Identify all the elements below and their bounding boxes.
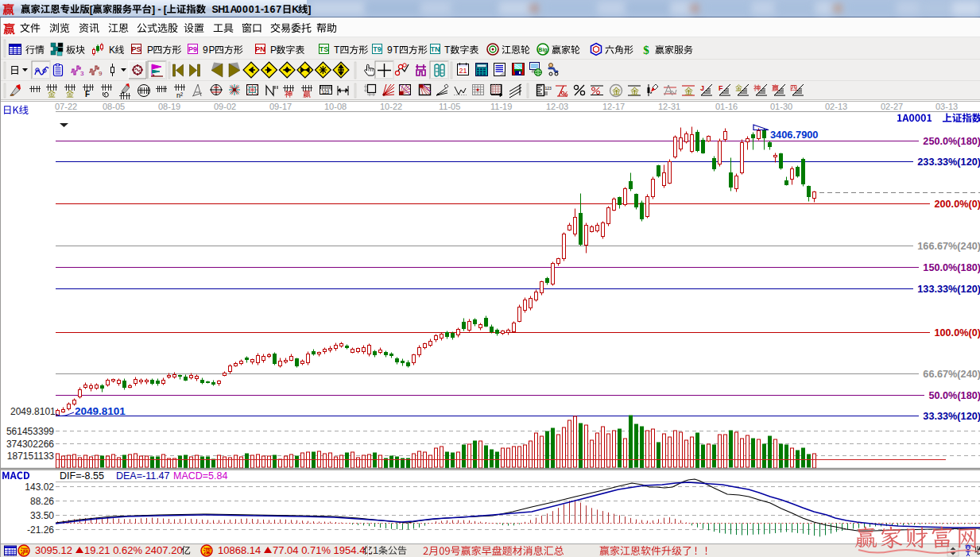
svg-text:33.33%(120): 33.33%(120) [923,411,980,422]
svg-text:187151133: 187151133 [7,451,55,462]
svg-text:33.50: 33.50 [30,510,54,521]
svg-text:09-17: 09-17 [269,102,292,111]
svg-text:233.33%(120): 233.33%(120) [917,157,980,168]
svg-text:561453399: 561453399 [6,426,54,437]
svg-text:P9: P9 [188,45,197,53]
svg-text:02-27: 02-27 [881,102,903,111]
svg-text:$: $ [643,44,649,56]
svg-text:[: [ [90,4,93,15]
svg-text:21: 21 [459,67,467,75]
svg-text:T: T [334,44,340,56]
svg-text:n²: n² [176,91,183,99]
svg-text:1: 1 [264,4,269,15]
svg-text:K: K [292,4,299,15]
svg-text:-21.26: -21.26 [27,524,54,536]
svg-text:T: T [444,44,451,56]
svg-text:9: 9 [203,44,208,56]
svg-text:F: F [719,84,723,92]
svg-text:TN: TN [431,45,440,53]
svg-text:]: ] [152,4,155,15]
svg-text:1: 1 [373,544,378,556]
svg-text:150.0%(180): 150.0%(180) [923,262,980,273]
svg-text:]: ] [308,4,311,15]
svg-text:PS: PS [131,45,141,53]
svg-text:Big: Big [538,47,547,53]
svg-text:-: - [157,4,161,15]
svg-text:T9: T9 [373,45,382,53]
svg-text:11-05: 11-05 [439,102,460,111]
svg-text:12-17: 12-17 [602,102,625,111]
svg-text:0: 0 [249,4,254,15]
svg-text:77.04 0.71% 1954.41: 77.04 0.71% 1954.41 [273,544,371,556]
svg-text:166.67%(240): 166.67%(240) [917,241,980,252]
svg-text:01-30: 01-30 [770,102,792,111]
svg-text:100.0%(0): 100.0%(0) [934,327,980,338]
svg-text:10868.14: 10868.14 [218,544,261,556]
svg-text:DEA=-11.47: DEA=-11.47 [116,470,170,482]
svg-text:DIF=-8.55: DIF=-8.55 [60,470,104,482]
svg-text:9: 9 [99,70,103,77]
svg-text:3095.12: 3095.12 [35,544,72,556]
svg-text:11-19: 11-19 [490,102,512,111]
svg-text:143.02: 143.02 [25,482,54,493]
svg-text:19.21 0.62% 2407.20: 19.21 0.62% 2407.20 [84,544,183,556]
svg-text:2049.8101: 2049.8101 [75,405,126,417]
svg-text:09-02: 09-02 [214,102,236,111]
svg-text:1: 1 [254,4,260,15]
svg-text:01-16: 01-16 [715,102,738,111]
svg-text:12-31: 12-31 [658,102,680,111]
svg-text:P: P [208,44,215,56]
svg-text:F: F [85,90,90,99]
svg-text:12-03: 12-03 [546,102,568,111]
svg-text:9: 9 [387,44,393,56]
svg-text:0: 0 [236,4,242,15]
svg-text:50.0%(180): 50.0%(180) [928,390,980,401]
svg-text:P: P [147,44,153,56]
svg-text:J: J [700,84,704,92]
svg-text:66.67%(240): 66.67%(240) [923,369,980,380]
svg-text:3: 3 [80,70,84,77]
svg-text:2049.8101: 2049.8101 [10,406,56,417]
svg-text:6: 6 [270,4,276,15]
svg-text:08-19: 08-19 [158,102,180,111]
svg-text:88.26: 88.26 [30,496,54,507]
svg-text:0: 0 [242,4,248,15]
svg-text:MACD=5.84: MACD=5.84 [173,470,227,482]
svg-text:T: T [393,44,399,56]
svg-text:10-08: 10-08 [324,102,347,111]
svg-text:TS: TS [320,45,329,53]
svg-text:200.0%(0): 200.0%(0) [934,199,980,210]
svg-text:02-13: 02-13 [825,102,847,111]
svg-text:133.33%(120): 133.33%(120) [917,284,980,295]
svg-text:[: [ [164,4,167,15]
svg-text:P: P [270,44,277,56]
svg-text:374302266: 374302266 [6,439,54,450]
svg-text:08-05: 08-05 [103,102,125,111]
svg-text:K: K [109,44,115,56]
svg-text:10-22: 10-22 [380,102,402,111]
svg-text:7: 7 [276,4,281,15]
svg-text:PN: PN [255,45,265,53]
svg-text:03-13: 03-13 [935,102,958,111]
svg-text:123: 123 [322,90,329,95]
svg-text:07-22: 07-22 [55,102,77,111]
svg-text:123: 123 [545,86,552,91]
svg-text:1: 1 [224,4,230,15]
svg-text:250.0%(180): 250.0%(180) [923,136,980,147]
svg-text:3406.7900: 3406.7900 [770,129,819,141]
